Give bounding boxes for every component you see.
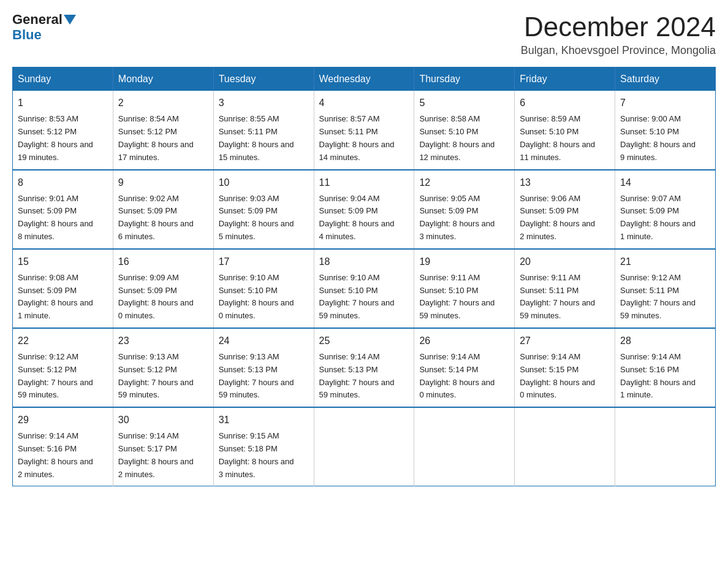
day-number: 29 bbox=[18, 413, 108, 427]
day-number: 22 bbox=[18, 334, 108, 348]
logo: General Blue bbox=[12, 12, 77, 43]
calendar-cell: 29Sunrise: 9:14 AMSunset: 5:16 PMDayligh… bbox=[13, 407, 113, 486]
day-info: Sunrise: 9:04 AMSunset: 5:09 PMDaylight:… bbox=[319, 193, 409, 243]
calendar-cell: 3Sunrise: 8:55 AMSunset: 5:11 PMDaylight… bbox=[213, 91, 314, 169]
day-info: Sunrise: 9:00 AMSunset: 5:10 PMDaylight:… bbox=[620, 113, 710, 164]
calendar-cell: 28Sunrise: 9:14 AMSunset: 5:16 PMDayligh… bbox=[615, 328, 716, 407]
day-number: 24 bbox=[219, 334, 309, 348]
calendar-cell: 13Sunrise: 9:06 AMSunset: 5:09 PMDayligh… bbox=[515, 170, 615, 249]
day-number: 4 bbox=[319, 96, 409, 110]
day-number: 5 bbox=[419, 96, 509, 110]
day-number: 7 bbox=[620, 96, 710, 110]
calendar-week-row: 22Sunrise: 9:12 AMSunset: 5:12 PMDayligh… bbox=[13, 328, 716, 407]
calendar-week-row: 8Sunrise: 9:01 AMSunset: 5:09 PMDaylight… bbox=[13, 170, 716, 249]
day-info: Sunrise: 9:12 AMSunset: 5:11 PMDaylight:… bbox=[620, 272, 710, 323]
logo-general: General bbox=[12, 12, 63, 27]
day-info: Sunrise: 9:13 AMSunset: 5:13 PMDaylight:… bbox=[219, 351, 309, 402]
calendar-cell: 22Sunrise: 9:12 AMSunset: 5:12 PMDayligh… bbox=[13, 328, 113, 407]
calendar-cell bbox=[314, 407, 414, 486]
logo-arrow-icon bbox=[64, 15, 76, 25]
calendar-cell bbox=[515, 407, 615, 486]
day-number: 6 bbox=[520, 96, 610, 110]
day-number: 27 bbox=[520, 334, 610, 348]
day-number: 21 bbox=[620, 255, 710, 269]
calendar-body: 1Sunrise: 8:53 AMSunset: 5:12 PMDaylight… bbox=[13, 91, 716, 486]
day-info: Sunrise: 8:59 AMSunset: 5:10 PMDaylight:… bbox=[520, 113, 610, 164]
day-number: 26 bbox=[419, 334, 509, 348]
calendar-cell: 17Sunrise: 9:10 AMSunset: 5:10 PMDayligh… bbox=[213, 249, 314, 328]
day-info: Sunrise: 9:14 AMSunset: 5:15 PMDaylight:… bbox=[520, 351, 610, 402]
weekday-header-wednesday: Wednesday bbox=[314, 67, 414, 91]
day-info: Sunrise: 9:06 AMSunset: 5:09 PMDaylight:… bbox=[520, 193, 610, 243]
day-info: Sunrise: 9:10 AMSunset: 5:10 PMDaylight:… bbox=[319, 272, 409, 323]
day-number: 14 bbox=[620, 175, 710, 190]
calendar-cell: 11Sunrise: 9:04 AMSunset: 5:09 PMDayligh… bbox=[314, 170, 414, 249]
day-info: Sunrise: 8:53 AMSunset: 5:12 PMDaylight:… bbox=[18, 113, 108, 164]
calendar-cell: 9Sunrise: 9:02 AMSunset: 5:09 PMDaylight… bbox=[113, 170, 213, 249]
calendar-cell: 12Sunrise: 9:05 AMSunset: 5:09 PMDayligh… bbox=[414, 170, 515, 249]
calendar-cell: 20Sunrise: 9:11 AMSunset: 5:11 PMDayligh… bbox=[515, 249, 615, 328]
day-number: 1 bbox=[18, 96, 108, 110]
day-number: 23 bbox=[118, 334, 208, 348]
calendar-cell: 14Sunrise: 9:07 AMSunset: 5:09 PMDayligh… bbox=[615, 170, 716, 249]
calendar-week-row: 1Sunrise: 8:53 AMSunset: 5:12 PMDaylight… bbox=[13, 91, 716, 169]
logo-blue: Blue bbox=[12, 27, 42, 42]
day-number: 2 bbox=[118, 96, 208, 110]
calendar-cell: 5Sunrise: 8:58 AMSunset: 5:10 PMDaylight… bbox=[414, 91, 515, 169]
day-number: 16 bbox=[118, 255, 208, 269]
day-number: 13 bbox=[520, 175, 610, 190]
title-area: December 2024 Bulgan, Khoevsgoel Provinc… bbox=[521, 12, 716, 57]
day-number: 30 bbox=[118, 413, 208, 427]
calendar-week-row: 15Sunrise: 9:08 AMSunset: 5:09 PMDayligh… bbox=[13, 249, 716, 328]
day-info: Sunrise: 9:14 AMSunset: 5:17 PMDaylight:… bbox=[118, 430, 208, 481]
calendar-cell: 26Sunrise: 9:14 AMSunset: 5:14 PMDayligh… bbox=[414, 328, 515, 407]
day-number: 19 bbox=[419, 255, 509, 269]
day-number: 31 bbox=[219, 413, 309, 427]
day-info: Sunrise: 8:58 AMSunset: 5:10 PMDaylight:… bbox=[419, 113, 509, 164]
weekday-header-thursday: Thursday bbox=[414, 67, 515, 91]
day-number: 20 bbox=[520, 255, 610, 269]
calendar-cell: 25Sunrise: 9:14 AMSunset: 5:13 PMDayligh… bbox=[314, 328, 414, 407]
day-number: 10 bbox=[219, 175, 309, 190]
calendar-cell: 2Sunrise: 8:54 AMSunset: 5:12 PMDaylight… bbox=[113, 91, 213, 169]
day-number: 9 bbox=[118, 175, 208, 190]
calendar-cell: 24Sunrise: 9:13 AMSunset: 5:13 PMDayligh… bbox=[213, 328, 314, 407]
calendar-cell: 16Sunrise: 9:09 AMSunset: 5:09 PMDayligh… bbox=[113, 249, 213, 328]
calendar-cell: 27Sunrise: 9:14 AMSunset: 5:15 PMDayligh… bbox=[515, 328, 615, 407]
calendar-cell: 6Sunrise: 8:59 AMSunset: 5:10 PMDaylight… bbox=[515, 91, 615, 169]
day-info: Sunrise: 9:02 AMSunset: 5:09 PMDaylight:… bbox=[118, 193, 208, 243]
day-info: Sunrise: 9:10 AMSunset: 5:10 PMDaylight:… bbox=[219, 272, 309, 323]
day-number: 28 bbox=[620, 334, 710, 348]
day-info: Sunrise: 9:01 AMSunset: 5:09 PMDaylight:… bbox=[18, 193, 108, 243]
calendar-cell: 30Sunrise: 9:14 AMSunset: 5:17 PMDayligh… bbox=[113, 407, 213, 486]
calendar-cell: 7Sunrise: 9:00 AMSunset: 5:10 PMDaylight… bbox=[615, 91, 716, 169]
calendar-cell: 19Sunrise: 9:11 AMSunset: 5:10 PMDayligh… bbox=[414, 249, 515, 328]
calendar-table: SundayMondayTuesdayWednesdayThursdayFrid… bbox=[12, 67, 716, 486]
subtitle: Bulgan, Khoevsgoel Province, Mongolia bbox=[521, 44, 716, 57]
page-title: December 2024 bbox=[521, 12, 716, 42]
day-number: 12 bbox=[419, 175, 509, 190]
day-info: Sunrise: 9:14 AMSunset: 5:14 PMDaylight:… bbox=[419, 351, 509, 402]
day-info: Sunrise: 9:05 AMSunset: 5:09 PMDaylight:… bbox=[419, 193, 509, 243]
day-number: 11 bbox=[319, 175, 409, 190]
day-info: Sunrise: 9:14 AMSunset: 5:13 PMDaylight:… bbox=[319, 351, 409, 402]
day-info: Sunrise: 8:54 AMSunset: 5:12 PMDaylight:… bbox=[118, 113, 208, 164]
calendar-cell: 21Sunrise: 9:12 AMSunset: 5:11 PMDayligh… bbox=[615, 249, 716, 328]
day-info: Sunrise: 9:11 AMSunset: 5:10 PMDaylight:… bbox=[419, 272, 509, 323]
day-info: Sunrise: 9:11 AMSunset: 5:11 PMDaylight:… bbox=[520, 272, 610, 323]
calendar-cell: 31Sunrise: 9:15 AMSunset: 5:18 PMDayligh… bbox=[213, 407, 314, 486]
weekday-header-friday: Friday bbox=[515, 67, 615, 91]
day-info: Sunrise: 9:09 AMSunset: 5:09 PMDaylight:… bbox=[118, 272, 208, 323]
calendar-cell: 8Sunrise: 9:01 AMSunset: 5:09 PMDaylight… bbox=[13, 170, 113, 249]
day-info: Sunrise: 9:15 AMSunset: 5:18 PMDaylight:… bbox=[219, 430, 309, 481]
day-info: Sunrise: 9:08 AMSunset: 5:09 PMDaylight:… bbox=[18, 272, 108, 323]
weekday-header-sunday: Sunday bbox=[13, 67, 113, 91]
calendar-cell bbox=[615, 407, 716, 486]
calendar-week-row: 29Sunrise: 9:14 AMSunset: 5:16 PMDayligh… bbox=[13, 407, 716, 486]
day-info: Sunrise: 9:03 AMSunset: 5:09 PMDaylight:… bbox=[219, 193, 309, 243]
day-info: Sunrise: 9:14 AMSunset: 5:16 PMDaylight:… bbox=[620, 351, 710, 402]
day-info: Sunrise: 9:12 AMSunset: 5:12 PMDaylight:… bbox=[18, 351, 108, 402]
calendar-cell: 4Sunrise: 8:57 AMSunset: 5:11 PMDaylight… bbox=[314, 91, 414, 169]
calendar-cell: 18Sunrise: 9:10 AMSunset: 5:10 PMDayligh… bbox=[314, 249, 414, 328]
calendar-header: SundayMondayTuesdayWednesdayThursdayFrid… bbox=[13, 67, 716, 91]
